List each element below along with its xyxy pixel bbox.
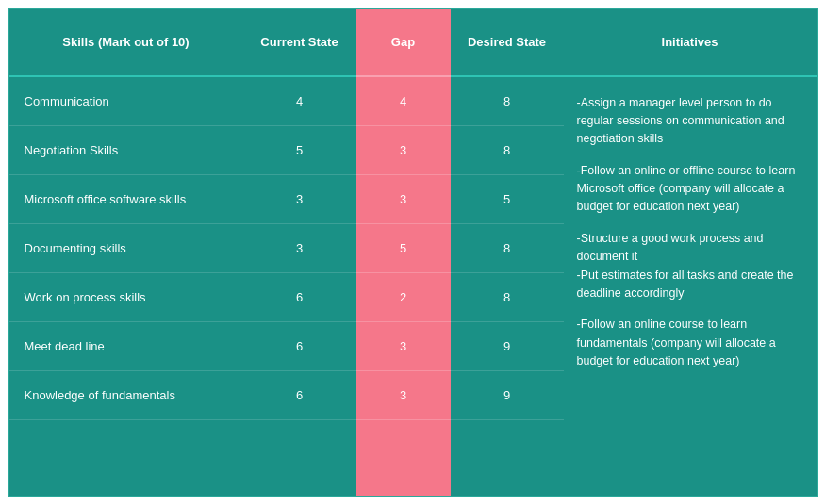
gap-cell-5: 2 xyxy=(356,273,451,322)
skills-column: Skills (Mark out of 10) Communication Ne… xyxy=(9,9,243,496)
skills-header: Skills (Mark out of 10) xyxy=(9,9,243,77)
skill-cell-7: Knowledge of fundamentals xyxy=(9,371,243,420)
gap-cell-2: 3 xyxy=(356,126,451,175)
current-header: Current State xyxy=(243,9,356,77)
initiatives-content: -Assign a manager level person to do reg… xyxy=(564,77,817,496)
current-cell-4: 3 xyxy=(243,224,356,273)
skill-cell-2: Negotiation Skills xyxy=(9,126,243,175)
initiative-item-2: -Follow an online or offline course to l… xyxy=(577,162,803,217)
initiatives-header: Initiatives xyxy=(564,9,817,77)
current-column: Current State 4 5 3 3 6 6 6 xyxy=(243,9,356,496)
desired-cell-7: 9 xyxy=(451,371,564,420)
desired-cell-1: 8 xyxy=(451,77,564,126)
skill-cell-1: Communication xyxy=(9,77,243,126)
gap-cell-3: 3 xyxy=(356,175,451,224)
initiative-item-1: -Assign a manager level person to do reg… xyxy=(577,94,803,149)
current-cell-2: 5 xyxy=(243,126,356,175)
desired-column: Desired State 8 8 5 8 8 9 9 xyxy=(451,9,564,496)
desired-cell-2: 8 xyxy=(451,126,564,175)
current-cell-1: 4 xyxy=(243,77,356,126)
skill-cell-5: Work on process skills xyxy=(9,273,243,322)
initiative-item-4: -Follow an online course to learn fundam… xyxy=(577,316,803,370)
gap-header: Gap xyxy=(356,9,451,77)
desired-cell-5: 8 xyxy=(451,273,564,322)
desired-cell-6: 9 xyxy=(451,322,564,371)
desired-cell-3: 5 xyxy=(451,175,564,224)
gap-cell-6: 3 xyxy=(356,322,451,371)
gap-cell-7: 3 xyxy=(356,371,451,420)
current-cell-5: 6 xyxy=(243,273,356,322)
current-cell-6: 6 xyxy=(243,322,356,371)
desired-header: Desired State xyxy=(451,9,564,77)
skill-cell-6: Meet dead line xyxy=(9,322,243,371)
skill-cell-4: Documenting skills xyxy=(9,224,243,273)
initiative-item-3: -Structure a good work process and docum… xyxy=(577,230,803,303)
initiatives-column: Initiatives -Assign a manager level pers… xyxy=(564,9,817,496)
current-cell-7: 6 xyxy=(243,371,356,420)
desired-cell-4: 8 xyxy=(451,224,564,273)
gap-cell-1: 4 xyxy=(356,77,451,126)
skill-cell-3: Microsoft office software skills xyxy=(9,175,243,224)
gap-column: Gap 4 3 3 5 2 3 3 xyxy=(356,9,451,496)
gap-cell-4: 5 xyxy=(356,224,451,273)
current-cell-3: 3 xyxy=(243,175,356,224)
skills-table: Skills (Mark out of 10) Communication Ne… xyxy=(8,8,818,497)
